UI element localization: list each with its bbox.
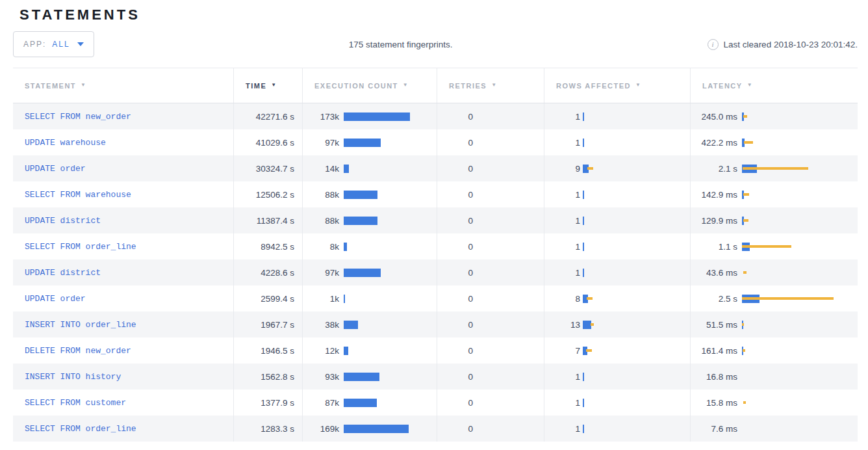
time-value: 1946.5 s	[261, 346, 294, 356]
statement-link[interactable]: UPDATE district	[25, 216, 101, 226]
execution-count-cell: 14k	[303, 155, 437, 181]
rows-affected-cell: 1	[544, 416, 691, 442]
table-row: INSERT INTO history1562.8 s93k0116.8 ms	[13, 364, 858, 390]
time-cell: 1967.7 s	[234, 311, 303, 338]
rows-affected-value: 13	[544, 320, 580, 330]
column-header-statement[interactable]: STATEMENT▼	[13, 68, 234, 103]
retries-cell: 0	[437, 129, 544, 155]
column-header-latency[interactable]: LATENCY▼	[691, 68, 858, 103]
execution-count-value: 169k	[303, 424, 339, 434]
table-header-row: STATEMENT▼TIME▼EXECUTION COUNT▼RETRIES▼R…	[13, 68, 858, 103]
column-header-execution-count[interactable]: EXECUTION COUNT▼	[303, 68, 437, 103]
column-header-retries[interactable]: RETRIES▼	[437, 68, 544, 103]
execution-count-value: 97k	[303, 268, 339, 278]
rows-affected-value: 8	[544, 294, 580, 304]
execution-count-cell: 8k	[303, 233, 437, 259]
time-value: 11387.4 s	[257, 216, 294, 226]
statement-cell: SELECT FROM order_line	[13, 416, 234, 442]
table-row: SELECT FROM order_line1283.3 s169k017.6 …	[13, 416, 858, 442]
statement-link[interactable]: SELECT FROM customer	[25, 398, 126, 408]
latency-deviation-bar	[744, 141, 753, 144]
retries-cell: 0	[437, 390, 544, 416]
sort-arrow-icon: ▼	[747, 82, 753, 88]
latency-deviation-bar	[743, 219, 748, 222]
column-header-time[interactable]: TIME▼	[234, 68, 303, 103]
statement-link[interactable]: UPDATE warehouse	[25, 138, 106, 148]
table-row: UPDATE order30324.7 s14k092.1 s	[13, 155, 858, 181]
column-header-label: ROWS AFFECTED	[556, 82, 631, 90]
app-filter-dropdown[interactable]: APP: ALL	[13, 31, 94, 57]
statement-link[interactable]: INSERT INTO order_line	[25, 320, 136, 330]
statement-cell: UPDATE warehouse	[13, 129, 234, 155]
table-row: UPDATE order2599.4 s1k082.5 s	[13, 285, 858, 311]
retries-value: 0	[437, 138, 473, 148]
execution-count-cell: 12k	[303, 338, 437, 364]
retries-cell: 0	[437, 364, 544, 390]
retries-value: 0	[437, 424, 473, 434]
retries-cell: 0	[437, 155, 544, 181]
rows-affected-deviation-bar	[586, 349, 592, 352]
execution-count-value: 88k	[303, 216, 339, 226]
latency-value: 1.1 s	[691, 242, 737, 252]
latency-cell: 142.9 ms	[691, 181, 858, 207]
last-cleared-text: Last cleared 2018-10-23 20:01:42.	[724, 40, 858, 49]
rows-affected-mean-bar	[583, 399, 584, 407]
latency-value: 2.1 s	[691, 164, 737, 174]
execution-count-cell: 38k	[303, 311, 437, 338]
execution-count-value: 88k	[303, 190, 339, 200]
rows-affected-value: 1	[544, 242, 580, 252]
execution-count-cell: 97k	[303, 129, 437, 155]
time-value: 30324.7 s	[256, 164, 294, 174]
column-header-rows-affected[interactable]: ROWS AFFECTED▼	[544, 68, 691, 103]
retries-cell: 0	[437, 207, 544, 233]
table-row: UPDATE warehouse41029.6 s97k01422.2 ms	[13, 129, 858, 155]
table-body: SELECT FROM new_order42271.6 s173k01245.…	[13, 103, 858, 442]
retries-value: 0	[437, 268, 473, 278]
time-value: 12506.2 s	[256, 190, 294, 200]
rows-affected-cell: 1	[544, 390, 691, 416]
table-row: INSERT INTO order_line1967.7 s38k01351.5…	[13, 311, 858, 338]
retries-value: 0	[437, 320, 473, 330]
statement-link[interactable]: UPDATE order	[25, 294, 86, 304]
latency-cell: 2.1 s	[691, 155, 858, 181]
statement-link[interactable]: SELECT FROM order_line	[25, 242, 136, 252]
execution-count-mean-bar	[344, 347, 348, 355]
latency-cell: 16.8 ms	[691, 364, 858, 390]
statement-link[interactable]: DELETE FROM new_order	[25, 346, 131, 356]
page-title: STATEMENTS	[19, 7, 868, 23]
time-value: 1377.9 s	[261, 398, 294, 408]
retries-value: 0	[437, 164, 473, 174]
rows-affected-deviation-bar	[591, 323, 594, 326]
latency-value: 422.2 ms	[691, 138, 737, 148]
rows-affected-value: 9	[544, 164, 580, 174]
retries-cell: 0	[437, 285, 544, 311]
statement-link[interactable]: SELECT FROM warehouse	[25, 190, 131, 200]
statement-link[interactable]: UPDATE district	[25, 268, 101, 278]
rows-affected-value: 1	[544, 372, 580, 382]
execution-count-mean-bar	[344, 295, 345, 303]
statements-table: STATEMENT▼TIME▼EXECUTION COUNT▼RETRIES▼R…	[13, 68, 858, 442]
rows-affected-cell: 1	[544, 233, 691, 259]
table-row: SELECT FROM warehouse12506.2 s88k01142.9…	[13, 181, 858, 207]
latency-value: 161.4 ms	[691, 346, 737, 356]
statement-link[interactable]: SELECT FROM order_line	[25, 424, 136, 434]
statement-cell: UPDATE district	[13, 207, 234, 233]
latency-deviation-bar	[743, 349, 745, 352]
rows-affected-mean-bar	[583, 139, 584, 147]
execution-count-cell: 93k	[303, 364, 437, 390]
statement-cell: INSERT INTO history	[13, 364, 234, 390]
latency-deviation-bar	[743, 167, 808, 170]
sort-arrow-icon: ▼	[491, 82, 497, 88]
statement-link[interactable]: UPDATE order	[25, 164, 86, 174]
execution-count-value: 8k	[303, 242, 339, 252]
latency-deviation-bar	[742, 323, 744, 326]
statement-link[interactable]: INSERT INTO history	[25, 372, 121, 382]
info-icon[interactable]: i	[708, 39, 719, 50]
sort-arrow-icon: ▼	[271, 82, 277, 88]
statement-link[interactable]: SELECT FROM new_order	[25, 112, 131, 122]
latency-cell: 1.1 s	[691, 233, 858, 259]
execution-count-value: 93k	[303, 372, 339, 382]
retries-value: 0	[437, 372, 473, 382]
time-cell: 1377.9 s	[234, 390, 303, 416]
execution-count-cell: 88k	[303, 181, 437, 207]
